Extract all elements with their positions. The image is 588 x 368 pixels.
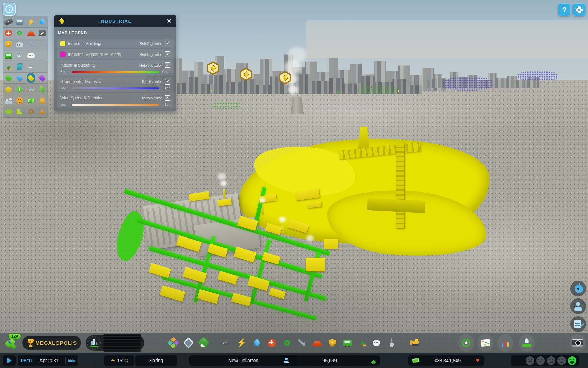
- bulldozer-tool-icon[interactable]: [409, 337, 421, 349]
- resources-icon[interactable]: [38, 107, 47, 116]
- tourism-icon[interactable]: [15, 62, 24, 71]
- education-tool-icon[interactable]: [296, 337, 307, 349]
- info-icon: i: [5, 5, 13, 13]
- settings-button[interactable]: [573, 3, 585, 16]
- outdoors-icon[interactable]: [15, 107, 24, 116]
- fire-rescue-icon[interactable]: [27, 29, 35, 37]
- education-icon[interactable]: [27, 40, 35, 49]
- healthcare-icon[interactable]: [4, 29, 13, 37]
- scale-max-label: High: [161, 86, 170, 90]
- police-tool-icon[interactable]: ✶: [326, 337, 338, 349]
- checkbox-checked[interactable]: ✓: [165, 41, 170, 46]
- water-icon[interactable]: [38, 17, 47, 26]
- ground-pollution-icon[interactable]: [4, 107, 13, 116]
- statistics-panel-icon[interactable]: [497, 334, 513, 352]
- temperature-value: 15°C: [117, 358, 128, 363]
- close-icon[interactable]: ✕: [165, 18, 173, 25]
- garbage-tool-icon[interactable]: ♻: [281, 337, 293, 349]
- checkbox-checked[interactable]: ✓: [165, 62, 170, 68]
- info-view-row: ★: [3, 39, 48, 50]
- ore-resources-icon[interactable]: [38, 74, 47, 82]
- routes-icon[interactable]: ↔: [27, 62, 35, 71]
- garbage-icon[interactable]: ♻: [15, 29, 24, 37]
- happiness-widget[interactable]: [511, 355, 579, 366]
- color-swatch: [60, 52, 65, 57]
- happiness-face-slight-smile[interactable]: [557, 356, 566, 365]
- map-legend-heading: MAP LEGEND: [58, 31, 173, 35]
- water-tool-icon[interactable]: [251, 337, 262, 349]
- chirper-bird-icon: [573, 284, 583, 293]
- transportation-tool-icon[interactable]: [342, 337, 353, 349]
- weather-widget[interactable]: ☀ 15°C: [104, 355, 134, 366]
- police-icon[interactable]: ★: [4, 40, 13, 49]
- info-views-button[interactable]: i: [3, 3, 16, 16]
- roads-icon[interactable]: [4, 17, 13, 26]
- citizen-icon: [574, 302, 582, 311]
- demand-widget[interactable]: [86, 335, 144, 351]
- communications-tool-icon[interactable]: •••: [371, 337, 382, 349]
- legend-row-wind: Wind Speed & Direction Terrain color ✓ L…: [57, 93, 174, 108]
- happiness-face-frown[interactable]: [536, 356, 545, 365]
- empty-slot: [38, 51, 47, 60]
- happiness-face-very-happy-active[interactable]: [568, 356, 576, 365]
- parks-recreation-icon[interactable]: [4, 62, 13, 71]
- season-label: Spring: [149, 358, 163, 363]
- sun-icon: ☀: [111, 357, 115, 364]
- greenery-icon[interactable]: [38, 85, 47, 94]
- progression-panel-icon[interactable]: [519, 334, 535, 352]
- simulation-speed-indicator[interactable]: ▶▶▶: [65, 357, 75, 364]
- milestone-button[interactable]: ★ MEGALOPOLIS: [22, 336, 81, 350]
- population-widget[interactable]: 95,699: [280, 355, 380, 366]
- economy-panel-icon[interactable]: ¢: [458, 334, 474, 352]
- play-pause-button[interactable]: [3, 355, 16, 366]
- noise-pollution-icon[interactable]: [27, 107, 35, 116]
- citizen-lifepath-button[interactable]: [570, 298, 586, 314]
- electricity-tool-icon[interactable]: ⚡: [236, 337, 247, 349]
- journal-button[interactable]: [570, 316, 586, 332]
- transportation-icon[interactable]: [4, 51, 13, 60]
- checkbox-checked[interactable]: ✓: [165, 95, 170, 101]
- help-button[interactable]: ?: [558, 3, 571, 16]
- legend-row-signature-buildings: Industrial Signature Buildings Building …: [57, 49, 174, 59]
- money-icon[interactable]: [27, 96, 35, 105]
- electricity-icon[interactable]: ⚡: [27, 17, 35, 26]
- checkbox-checked[interactable]: ✓: [165, 51, 170, 57]
- happiness-face-neutral[interactable]: [547, 356, 555, 365]
- maintenance-icon[interactable]: [38, 29, 47, 37]
- terraforming-tool-icon[interactable]: [386, 337, 397, 349]
- administration-icon[interactable]: [15, 40, 24, 49]
- map-tiles-icon[interactable]: [478, 334, 493, 352]
- season-widget[interactable]: Spring: [135, 355, 177, 366]
- areas-tool-icon[interactable]: [183, 337, 194, 349]
- landscaping-tool-icon[interactable]: [198, 337, 209, 349]
- population-icon[interactable]: [4, 96, 13, 105]
- time-date-widget[interactable]: 08:11 Apr 2031 ▶▶▶: [18, 355, 78, 366]
- zoning-tool-icon[interactable]: [167, 337, 179, 349]
- post-icon[interactable]: ✉: [15, 51, 24, 60]
- city-name: New Dollarton: [228, 358, 258, 363]
- workplaces-icon[interactable]: [38, 96, 47, 105]
- checkbox-checked[interactable]: ✓: [165, 79, 170, 85]
- photo-mode-icon[interactable]: [570, 334, 585, 352]
- telecom-icon[interactable]: •••: [27, 51, 35, 60]
- parks-tool-icon[interactable]: [356, 337, 368, 349]
- happiness-icon[interactable]: [15, 96, 24, 105]
- info-views-panel: ⚡ ♻ ★ ✉ ••• ↔: [3, 16, 48, 118]
- scale-min-label: Low: [60, 103, 70, 106]
- terrain-icon[interactable]: [4, 74, 13, 82]
- roads-tool-icon[interactable]: [220, 337, 232, 349]
- industrial-icon-selected[interactable]: [27, 74, 35, 82]
- transit-icon[interactable]: [15, 17, 24, 26]
- chirper-button[interactable]: [570, 281, 586, 296]
- city-icon: [87, 336, 101, 350]
- land-value-icon[interactable]: $: [15, 85, 24, 94]
- xp-progress-button[interactable]: 129: [5, 335, 20, 350]
- healthcare-tool-icon[interactable]: [266, 337, 277, 349]
- residential-icon[interactable]: [4, 85, 13, 94]
- treasury-balance: ¢38,341,849: [419, 358, 476, 363]
- statistics-line-icon[interactable]: [27, 85, 35, 94]
- fire-rescue-tool-icon[interactable]: [311, 337, 323, 349]
- happiness-face-sad[interactable]: [526, 356, 534, 365]
- money-widget[interactable]: ¢38,341,849: [408, 355, 484, 366]
- water-resources-icon[interactable]: [15, 74, 24, 82]
